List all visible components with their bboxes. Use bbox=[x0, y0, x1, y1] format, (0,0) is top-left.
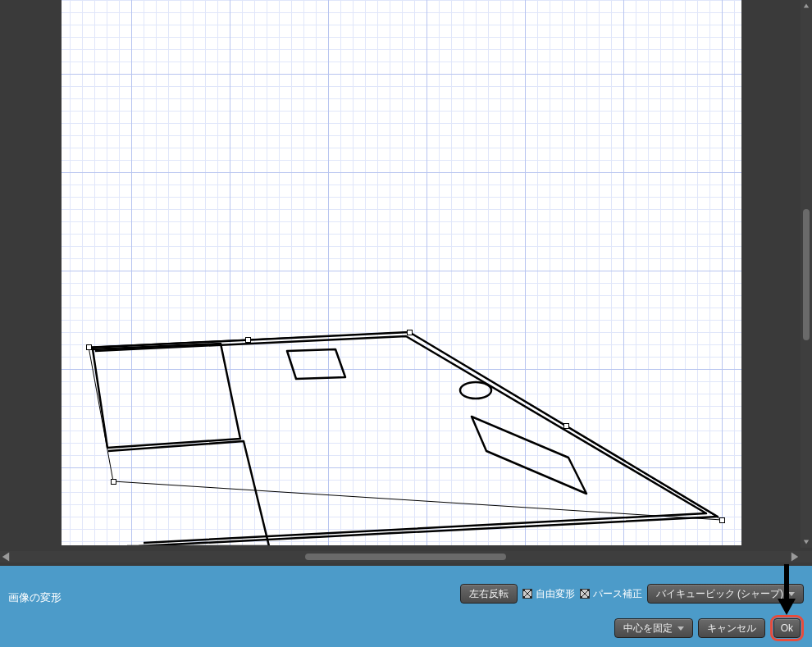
ok-button[interactable]: Ok bbox=[773, 618, 801, 638]
canvas-area[interactable] bbox=[62, 0, 741, 545]
scroll-up-button[interactable] bbox=[801, 0, 812, 11]
panel-title: 画像の変形 bbox=[8, 590, 62, 605]
anchor-label: 中心を固定 bbox=[623, 622, 673, 634]
free-transform-label: 自由変形 bbox=[536, 587, 575, 601]
svg-marker-2 bbox=[804, 540, 809, 544]
free-transform-checkbox[interactable]: 自由変形 bbox=[522, 587, 575, 601]
svg-marker-1 bbox=[804, 4, 809, 8]
svg-point-0 bbox=[460, 382, 491, 399]
transformed-drawing bbox=[62, 0, 741, 545]
checkbox-icon bbox=[580, 589, 590, 599]
ok-label: Ok bbox=[781, 622, 793, 634]
perspective-checkbox[interactable]: パース補正 bbox=[580, 587, 642, 601]
vertical-scrollbar-thumb[interactable] bbox=[803, 209, 810, 340]
flip-horizontal-button[interactable]: 左右反転 bbox=[460, 584, 518, 604]
horizontal-scrollbar[interactable] bbox=[0, 551, 801, 563]
annotation-arrow-icon bbox=[778, 564, 796, 615]
viewport bbox=[0, 0, 812, 566]
transform-handle[interactable] bbox=[86, 344, 92, 350]
chevron-down-icon bbox=[677, 626, 684, 631]
panel-row-2: 中心を固定 キャンセル Ok bbox=[614, 615, 804, 641]
transform-handle[interactable] bbox=[111, 479, 116, 485]
transform-panel: 画像の変形 左右反転 自由変形 パース補正 バイキュービック (シャープ) 中心… bbox=[0, 566, 812, 647]
anchor-dropdown[interactable]: 中心を固定 bbox=[614, 618, 693, 638]
transform-handle[interactable] bbox=[407, 330, 413, 335]
cancel-button[interactable]: キャンセル bbox=[698, 618, 765, 638]
horizontal-scrollbar-thumb[interactable] bbox=[305, 554, 506, 560]
panel-row-1: 左右反転 自由変形 パース補正 バイキュービック (シャープ) bbox=[460, 584, 804, 604]
svg-rect-5 bbox=[784, 564, 789, 600]
svg-marker-3 bbox=[2, 552, 9, 561]
interpolation-label: バイキュービック (シャープ) bbox=[656, 588, 783, 599]
scrollbar-corner bbox=[801, 551, 812, 563]
cancel-label: キャンセル bbox=[707, 622, 756, 634]
ok-highlight-annotation: Ok bbox=[770, 615, 804, 641]
perspective-label: パース補正 bbox=[593, 587, 642, 601]
scroll-right-button[interactable] bbox=[789, 551, 801, 563]
checkbox-icon bbox=[522, 589, 532, 599]
transform-handle[interactable] bbox=[719, 517, 725, 523]
svg-marker-4 bbox=[791, 552, 798, 561]
transform-handle[interactable] bbox=[563, 423, 569, 429]
flip-horizontal-label: 左右反転 bbox=[469, 588, 509, 599]
vertical-scrollbar[interactable] bbox=[801, 0, 812, 548]
svg-marker-6 bbox=[778, 599, 796, 615]
transform-handle[interactable] bbox=[245, 337, 251, 343]
scroll-left-button[interactable] bbox=[0, 551, 11, 563]
scroll-down-button[interactable] bbox=[801, 536, 812, 548]
